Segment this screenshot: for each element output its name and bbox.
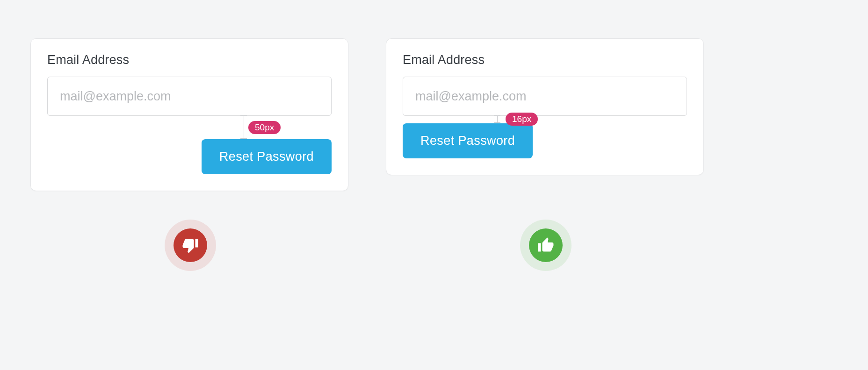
reset-password-button[interactable]: Reset Password xyxy=(202,139,332,174)
spacing-guide xyxy=(494,115,500,123)
thumbs-down-icon xyxy=(165,220,216,271)
email-field[interactable] xyxy=(47,77,332,116)
reset-password-button[interactable]: Reset Password xyxy=(403,123,533,158)
email-label: Email Address xyxy=(403,53,687,67)
email-label: Email Address xyxy=(47,53,332,67)
spacing-badge: 50px xyxy=(248,121,281,134)
example-card-good: Email Address Reset Password 16px xyxy=(386,38,704,175)
thumbs-up-icon xyxy=(520,220,571,271)
spacing-guide xyxy=(240,115,247,139)
example-card-bad: Email Address Reset Password 50px xyxy=(30,38,348,191)
email-field[interactable] xyxy=(403,77,687,116)
